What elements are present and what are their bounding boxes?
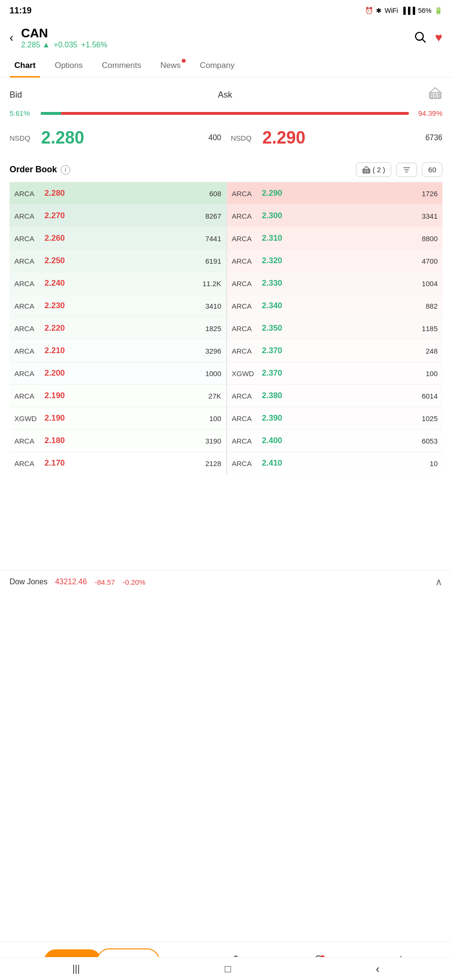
ask-price: 2.330 <box>262 278 418 288</box>
table-row: ARCA 2.260 7441 ARCA 2.310 8800 <box>10 227 442 249</box>
ask-qty: 1025 <box>422 414 438 423</box>
system-menu-icon[interactable]: ||| <box>72 963 80 974</box>
ask-price: 2.320 <box>262 256 418 266</box>
ask-qty: 10 <box>430 459 438 468</box>
bid-ask-header: Bid Ask <box>10 87 442 102</box>
table-row: ARCA 2.210 3296 ARCA 2.370 248 <box>10 339 442 362</box>
price-arrow-icon: ▲ <box>43 41 50 49</box>
ask-exchange: ARCA <box>232 189 258 198</box>
ask-qty: 248 <box>426 347 438 355</box>
table-row: XGWD 2.190 100 ARCA 2.390 1025 <box>10 407 442 429</box>
tab-comments[interactable]: Comments <box>92 54 151 77</box>
header: ‹ CAN 2.285 ▲ +0.035 +1.56% ♥ <box>0 21 452 54</box>
best-ask-price: 2.290 <box>263 128 306 148</box>
bid-qty: 3296 <box>205 347 221 355</box>
ask-qty: 100 <box>426 369 438 378</box>
battery-label: 56% <box>418 7 431 14</box>
ask-qty: 1185 <box>422 324 438 333</box>
bid-price: 2.180 <box>44 436 201 445</box>
ask-price: 2.400 <box>262 436 418 445</box>
quantity-filter-button[interactable]: 60 <box>422 162 442 177</box>
favorite-button[interactable]: ♥ <box>435 30 442 45</box>
svg-marker-8 <box>363 166 370 169</box>
bid-exchange: ARCA <box>14 392 41 400</box>
tab-chart[interactable]: Chart <box>5 54 45 77</box>
order-book-controls: (2) 60 <box>356 162 442 177</box>
bid-price: 2.190 <box>44 413 205 423</box>
svg-rect-11 <box>368 170 369 173</box>
ask-price: 2.300 <box>262 211 418 221</box>
system-home-icon[interactable]: □ <box>225 963 231 975</box>
tab-news[interactable]: News <box>151 54 190 77</box>
signal-icon: ▐▐▐ <box>401 7 415 14</box>
ask-cell: ARCA 2.340 882 <box>226 295 443 317</box>
ask-qty: 3341 <box>422 212 438 220</box>
ticker-change: +0.035 <box>54 41 77 49</box>
order-book-rows: ARCA 2.280 608 ARCA 2.290 1726 ARCA 2.27… <box>10 182 442 474</box>
bid-price: 2.280 <box>44 189 205 198</box>
bid-cell: ARCA 2.270 8267 <box>10 205 226 227</box>
bid-price: 2.190 <box>44 391 205 401</box>
ask-cell: ARCA 2.330 1004 <box>226 272 443 294</box>
bid-qty: 6191 <box>205 257 221 265</box>
svg-rect-5 <box>434 94 436 98</box>
bid-qty: 100 <box>209 414 221 423</box>
ask-exchange: ARCA <box>232 212 258 220</box>
alarm-icon: ⏰ <box>365 7 373 14</box>
bid-qty: 8267 <box>205 212 221 220</box>
table-row: ARCA 2.180 3190 ARCA 2.400 6053 <box>10 429 442 452</box>
ask-exchange: XGWD <box>232 369 258 378</box>
bid-price: 2.240 <box>44 278 198 288</box>
table-row: ARCA 2.190 27K ARCA 2.380 6014 <box>10 384 442 407</box>
ticker-bar-name: Dow Jones <box>10 578 47 586</box>
bid-cell: ARCA 2.230 3410 <box>10 295 226 317</box>
ask-cell: ARCA 2.370 248 <box>226 340 443 362</box>
filter-button[interactable] <box>396 163 417 177</box>
bid-price: 2.200 <box>44 368 201 378</box>
system-back-icon[interactable]: ‹ <box>376 962 380 976</box>
bluetooth-icon: ✱ <box>376 7 382 14</box>
bid-price: 2.250 <box>44 256 201 266</box>
ask-cell: ARCA 2.380 6014 <box>226 385 443 407</box>
table-row: ARCA 2.280 608 ARCA 2.290 1726 <box>10 182 442 204</box>
back-button[interactable]: ‹ <box>10 31 13 45</box>
bid-exchange: ARCA <box>14 212 41 220</box>
tab-options[interactable]: Options <box>45 54 92 77</box>
bid-exchange: ARCA <box>14 189 41 198</box>
bid-cell: ARCA 2.190 27K <box>10 385 226 407</box>
bid-qty: 7441 <box>205 234 221 243</box>
tab-company[interactable]: Company <box>190 54 244 77</box>
best-ask: NSDQ 2.290 <box>221 128 414 148</box>
ask-percentage: 94.39% <box>414 109 442 117</box>
ask-exchange: ARCA <box>232 392 258 400</box>
order-book-info-icon[interactable]: i <box>61 165 70 175</box>
table-row: ARCA 2.230 3410 ARCA 2.340 882 <box>10 294 442 317</box>
content-area: Bid Ask 5.61% 94.39% NSDQ <box>0 78 452 570</box>
nav-tabs: Chart Options Comments News Company <box>0 54 452 78</box>
ask-qty: 1726 <box>422 189 438 198</box>
bid-label: Bid <box>10 90 22 100</box>
ask-cell: XGWD 2.370 100 <box>226 362 443 384</box>
svg-rect-10 <box>366 170 367 173</box>
bank-icon-header <box>428 87 442 102</box>
ask-cell: ARCA 2.320 4700 <box>226 250 443 272</box>
search-button[interactable] <box>413 30 427 45</box>
svg-rect-6 <box>438 94 440 98</box>
ticker-change-pct: +1.56% <box>81 41 108 49</box>
ask-cell: ARCA 2.350 1185 <box>226 317 443 339</box>
wifi-icon: WiFi <box>385 7 398 14</box>
ask-qty: 882 <box>426 302 438 310</box>
bid-price: 2.260 <box>44 234 201 243</box>
bid-qty: 1000 <box>205 369 221 378</box>
ask-price: 2.380 <box>262 391 418 401</box>
bank-filter-button[interactable]: (2) <box>356 162 391 177</box>
bid-cell: ARCA 2.250 6191 <box>10 250 226 272</box>
bid-qty: 1825 <box>205 324 221 333</box>
svg-rect-2 <box>430 93 441 99</box>
ask-price: 2.410 <box>262 458 426 468</box>
bid-cell: ARCA 2.220 1825 <box>10 317 226 339</box>
ask-price: 2.310 <box>262 234 418 243</box>
ask-exchange: ARCA <box>232 279 258 288</box>
news-notification-dot <box>182 59 186 63</box>
ask-price: 2.340 <box>262 301 422 311</box>
